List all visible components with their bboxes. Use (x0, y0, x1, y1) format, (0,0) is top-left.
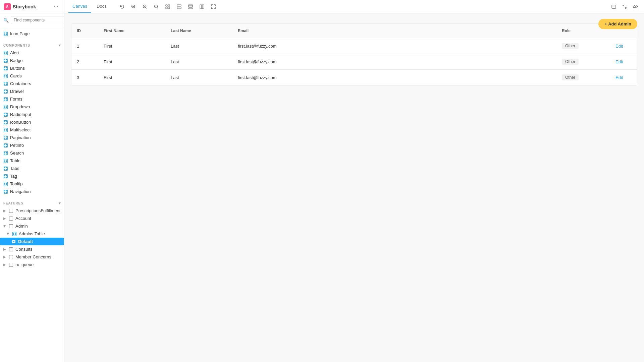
sidebar-item-label: Search (10, 150, 24, 156)
svg-rect-134 (9, 255, 13, 259)
reset-icon-button[interactable] (117, 2, 127, 11)
svg-rect-71 (4, 115, 5, 116)
sidebar-item-table[interactable]: Table (0, 157, 64, 165)
search-comp-icon (3, 151, 8, 156)
sidebar-item-icon-page[interactable]: Icon Page (0, 30, 64, 38)
edit-link[interactable]: Edit (615, 75, 623, 80)
zoom-reset-button[interactable]: 1 (152, 2, 161, 11)
components-collapse-button[interactable]: ▾ (59, 43, 61, 48)
svg-rect-119 (4, 190, 5, 191)
layout-1-button[interactable] (163, 2, 172, 11)
svg-rect-75 (6, 121, 7, 122)
alert-icon (3, 51, 8, 55)
sidebar-item-badge[interactable]: Badge (0, 57, 64, 64)
search-input[interactable] (11, 16, 64, 24)
sidebar-item-iconbutton[interactable]: IconButton (0, 118, 64, 126)
zoom-reset-icon: 1 (154, 4, 159, 9)
sidebar-item-buttons[interactable]: Buttons (0, 64, 64, 72)
window-icon (611, 4, 616, 9)
svg-rect-94 (4, 152, 5, 153)
sidebar-item-forms[interactable]: Forms (0, 95, 64, 103)
table-cell-id: 3 (71, 70, 98, 85)
zoom-in-icon (131, 4, 136, 9)
sidebar-item-member-concerns[interactable]: ▶ Member Concerns (0, 253, 64, 261)
layout-2-button[interactable] (174, 2, 184, 11)
window-icon-button[interactable] (609, 2, 619, 11)
sidebar-item-pagination[interactable]: Pagination (0, 134, 64, 141)
tab-docs[interactable]: Docs (93, 0, 111, 13)
table-cell-id: 2 (71, 54, 98, 69)
svg-rect-49 (4, 82, 5, 83)
svg-rect-57 (6, 92, 7, 93)
sidebar-item-containers[interactable]: Containers (0, 80, 64, 87)
canvas-area: + Add Admin ID First Name Last Name Emai… (64, 13, 644, 362)
link-icon-button[interactable] (631, 2, 640, 11)
table-header-email: Email (232, 24, 556, 38)
sidebar-item-tabs[interactable]: Tabs (0, 165, 64, 172)
sidebar-item-multiselect[interactable]: Multiselect (0, 126, 64, 134)
fullscreen-button[interactable] (209, 2, 218, 11)
sidebar-item-cards[interactable]: Cards (0, 72, 64, 80)
sidebar-item-rx-queue[interactable]: ▶ rx_queue (0, 261, 64, 268)
edit-link[interactable]: Edit (615, 44, 623, 49)
expand-icon-button[interactable] (620, 2, 629, 11)
add-admin-button[interactable]: + Add Admin (598, 19, 637, 29)
more-button[interactable]: ··· (52, 3, 60, 11)
zoom-in-button[interactable] (129, 2, 138, 11)
svg-rect-30 (6, 52, 7, 53)
sidebar-item-alert[interactable]: Alert (0, 49, 64, 57)
reset-icon (120, 4, 124, 9)
sidebar-item-label: Admins Table (19, 231, 45, 236)
admin-table: ID First Name Last Name Email Role 1 Fir… (71, 23, 637, 85)
svg-rect-95 (6, 152, 7, 153)
sidebar-item-tag[interactable]: Tag (0, 172, 64, 180)
sidebar-item-drawer[interactable]: Drawer (0, 87, 64, 95)
sidebar-item-label: Account (15, 216, 31, 221)
sidebar-item-navigation[interactable]: Navigation (0, 188, 64, 195)
svg-rect-112 (6, 177, 7, 178)
expand-icon (622, 4, 627, 9)
svg-rect-72 (6, 115, 7, 116)
sidebar-item-tooltip[interactable]: Tooltip (0, 180, 64, 188)
member-concerns-icon (9, 255, 13, 259)
table-row: 2 First Last first.last@fuzzy.com Other … (71, 54, 637, 70)
sidebar-item-consults[interactable]: ▶ Consults (0, 245, 64, 253)
features-collapse-button[interactable]: ▾ (59, 201, 61, 205)
svg-rect-31 (4, 53, 5, 54)
sidebar-item-label: Cards (10, 73, 22, 78)
zoom-out-icon (143, 4, 147, 9)
sidebar-item-search[interactable]: Search (0, 149, 64, 157)
svg-rect-36 (4, 61, 5, 62)
edit-link[interactable]: Edit (615, 59, 623, 64)
account-icon (9, 216, 13, 221)
icon-page-icon (3, 32, 8, 36)
sidebar-item-radioinput[interactable]: RadioInput (0, 111, 64, 118)
sidebar-item-petinfo[interactable]: PetInfo (0, 141, 64, 149)
svg-rect-128 (15, 233, 16, 234)
svg-rect-35 (6, 59, 7, 60)
sidebar-item-label: Navigation (10, 189, 31, 194)
buttons-icon (3, 66, 8, 71)
tabs-icon (3, 166, 8, 171)
sidebar-item-admin[interactable]: ▶ Admin (0, 222, 64, 230)
sidebar-item-admins-table[interactable]: ▶ Admins Table (0, 230, 64, 238)
sidebar-item-account[interactable]: ▶ Account (0, 215, 64, 222)
svg-rect-42 (6, 69, 7, 70)
svg-rect-56 (4, 92, 5, 93)
sidebar-item-default[interactable]: Default (0, 238, 64, 245)
role-badge: Other (562, 74, 579, 80)
svg-rect-14 (177, 5, 181, 6)
zoom-out-button[interactable] (140, 2, 150, 11)
sidebar-item-label: Table (10, 158, 20, 163)
svg-rect-107 (6, 169, 7, 170)
layout-4-button[interactable] (197, 2, 207, 11)
sidebar-item-prescriptions[interactable]: ▶ PrescriptionsFulfillment (0, 207, 64, 215)
tab-canvas[interactable]: Canvas (68, 0, 91, 13)
svg-line-3 (134, 7, 135, 8)
sidebar-item-dropdown[interactable]: Dropdown (0, 103, 64, 111)
topbar-toolbar-icons: 1 (115, 2, 221, 11)
svg-rect-19 (200, 5, 202, 9)
table-header-last-name: Last Name (165, 24, 232, 38)
table-cell-last-name: Last (165, 54, 232, 69)
layout-3-button[interactable] (186, 2, 195, 11)
